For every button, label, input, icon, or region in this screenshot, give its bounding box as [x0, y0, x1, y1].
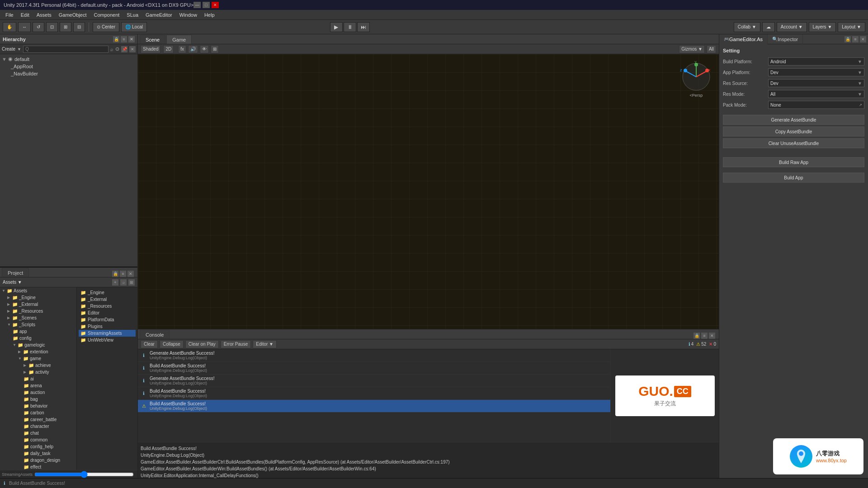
menu-window[interactable]: Window — [176, 11, 201, 19]
console-lock-btn[interactable]: 🔒 — [693, 333, 700, 339]
value-res-mode[interactable]: All ▼ — [768, 90, 864, 98]
console-msg-4[interactable]: ℹ Build AssetBundle Success! UnityEngine… — [138, 387, 610, 400]
tool-hand[interactable]: ✋ — [3, 22, 16, 32]
cloud-button[interactable]: ☁ — [762, 22, 775, 32]
menu-edit[interactable]: Edit — [17, 11, 33, 19]
tree-external[interactable]: ▶📁_External — [0, 301, 76, 308]
tree-achieve[interactable]: ▶📁achieve — [0, 362, 76, 369]
tree-scripts[interactable]: ▼📁_Scripts — [0, 321, 76, 328]
tree-resources[interactable]: ▶📁_Resources — [0, 308, 76, 314]
hierarchy-options[interactable]: ⊙ — [115, 46, 119, 52]
layers-button[interactable]: Layers ▼ — [809, 22, 836, 32]
play-button[interactable]: ▶ — [330, 22, 343, 32]
hierarchy-search-icon[interactable]: ⌕ — [110, 47, 113, 52]
hierarchy-item-default[interactable]: ▼ ◉ default — [0, 55, 137, 63]
menu-assets[interactable]: Assets — [33, 11, 55, 19]
console-msg-5[interactable]: ⚠ Build AssetBundle Success! UnityEngine… — [138, 400, 610, 413]
value-pack-mode[interactable]: None ↗ — [768, 101, 864, 109]
console-close-btn[interactable]: ✕ — [709, 333, 715, 339]
pivot-toggle[interactable]: ⊙ Center — [93, 22, 119, 32]
hidden-btn[interactable]: 👁 — [200, 45, 209, 53]
console-menu-btn[interactable]: ≡ — [701, 333, 708, 339]
tree-config[interactable]: 📁config — [0, 335, 76, 342]
create-dropdown-icon[interactable]: ▼ — [17, 47, 21, 52]
right-close-btn[interactable]: ✕ — [860, 36, 866, 42]
inspector-tab[interactable]: 🔍 Inspector — [768, 34, 803, 44]
console-clearonplay-btn[interactable]: Clear on Play — [185, 340, 219, 348]
shading-dropdown[interactable]: Shaded — [141, 45, 160, 53]
tree-extention[interactable]: ▶📁extention — [0, 348, 76, 355]
file-external[interactable]: 📁_External — [79, 296, 136, 303]
account-button[interactable]: Account ▼ — [777, 22, 807, 32]
dimension-toggle[interactable]: 2D — [163, 45, 174, 53]
minimize-button[interactable]: — — [193, 2, 201, 8]
tree-game[interactable]: ▼📁game — [0, 355, 76, 362]
tree-engine[interactable]: ▶📁_Engine — [0, 294, 76, 301]
hierarchy-search-input[interactable] — [23, 46, 108, 53]
menu-gameeditor[interactable]: GameEditor — [142, 11, 176, 19]
right-lock-btn[interactable]: 🔒 — [844, 36, 851, 42]
clear-unuseassetbundle-btn[interactable]: Clear UnuseAssetBundle — [723, 138, 864, 148]
file-uniwebview[interactable]: 📁UniWebView — [79, 337, 136, 343]
project-create-btn[interactable]: + — [112, 279, 118, 286]
menu-file[interactable]: File — [2, 11, 17, 19]
tree-bag[interactable]: 📁bag — [0, 396, 76, 403]
all-dropdown[interactable]: All — [707, 45, 716, 53]
tree-arena[interactable]: 📁arena — [0, 382, 76, 389]
step-button[interactable]: ⏭ — [357, 22, 370, 32]
hierarchy-item-approot[interactable]: _AppRoot — [0, 63, 137, 70]
hierarchy-close-btn[interactable]: ✕ — [128, 36, 135, 42]
tree-gamelogic[interactable]: ▼📁gamelogic — [0, 342, 76, 348]
tree-common[interactable]: 📁common — [0, 436, 76, 443]
scene-tab-scene[interactable]: Scene — [140, 35, 165, 44]
file-streamingassets[interactable]: 📁StreamingAssets — [79, 330, 136, 337]
gameeditor-tab[interactable]: 🎮 GameEditor.As — [719, 34, 768, 44]
hierarchy-lock-btn[interactable]: 🔒 — [113, 36, 119, 42]
menu-slua[interactable]: SLua — [123, 11, 142, 19]
tree-activity[interactable]: ▶📁activity — [0, 369, 76, 375]
create-button[interactable]: Create — [2, 47, 15, 52]
project-menu-btn[interactable]: ≡ — [120, 271, 126, 277]
project-search-btn[interactable]: ⌕ — [120, 279, 127, 286]
gizmos-dropdown[interactable]: Gizmos ▼ — [679, 45, 705, 53]
tool-move[interactable]: ↔ — [18, 22, 31, 32]
project-close-btn[interactable]: ✕ — [127, 271, 134, 277]
pause-button[interactable]: ⏸ — [344, 22, 356, 32]
right-menu-btn[interactable]: ≡ — [852, 36, 859, 42]
audio-btn[interactable]: 🔊 — [188, 45, 198, 53]
tool-scale[interactable]: ⊡ — [46, 22, 58, 32]
generate-assetbundle-btn[interactable]: Generate AssetBundle — [723, 115, 864, 125]
value-app-platform[interactable]: Dev ▼ — [768, 68, 864, 76]
tree-ai[interactable]: 📁ai — [0, 375, 76, 382]
tree-behavior[interactable]: 📁behavior — [0, 403, 76, 409]
value-build-platform[interactable]: Android ▼ — [768, 57, 864, 66]
tree-dragon-design[interactable]: 📁dragon_design — [0, 457, 76, 464]
collab-button[interactable]: Collab ▼ — [734, 22, 760, 32]
console-msg-2[interactable]: ℹ Build AssetBundle Success! UnityEngine… — [138, 362, 610, 375]
value-res-source[interactable]: Dev ▼ — [768, 79, 864, 87]
grid-btn[interactable]: ⊞ — [211, 45, 219, 53]
copy-assetbundle-btn[interactable]: Copy AssetBundle — [723, 127, 864, 136]
tree-config-help[interactable]: 📁config_help — [0, 443, 76, 450]
file-platformdata[interactable]: 📁PlatformData — [79, 316, 136, 323]
tree-chat[interactable]: 📁chat — [0, 430, 76, 436]
tree-carbon[interactable]: 📁carbon — [0, 409, 76, 416]
layout-button[interactable]: Layout ▼ — [838, 22, 865, 32]
build-raw-app-btn[interactable]: Build Raw App — [723, 157, 864, 167]
tool-rect[interactable]: ⊞ — [60, 22, 71, 32]
project-scroll-slider[interactable] — [34, 471, 134, 478]
scene-view[interactable]: Y X Z <Persp — [138, 54, 719, 329]
hierarchy-pin-btn[interactable]: 📌 — [121, 46, 127, 52]
menu-gameobject[interactable]: GameObject — [55, 11, 90, 19]
menu-help[interactable]: Help — [201, 11, 218, 19]
tree-scenes[interactable]: ▶📁_Scenes — [0, 314, 76, 321]
close-button[interactable]: ✕ — [212, 2, 219, 8]
tree-career-battle[interactable]: 📁career_battle — [0, 416, 76, 423]
console-msg-1[interactable]: ℹ Generate AssetBundle Success! UnityEng… — [138, 349, 610, 362]
tool-transform[interactable]: ⊟ — [73, 22, 85, 32]
hierarchy-close2-btn[interactable]: ✕ — [129, 46, 136, 52]
scene-tab-game[interactable]: Game — [166, 35, 192, 44]
tree-assets[interactable]: ▼📁Assets — [0, 287, 76, 294]
project-sort-btn[interactable]: ⊞ — [128, 279, 135, 286]
tree-app[interactable]: 📁app — [0, 328, 76, 335]
